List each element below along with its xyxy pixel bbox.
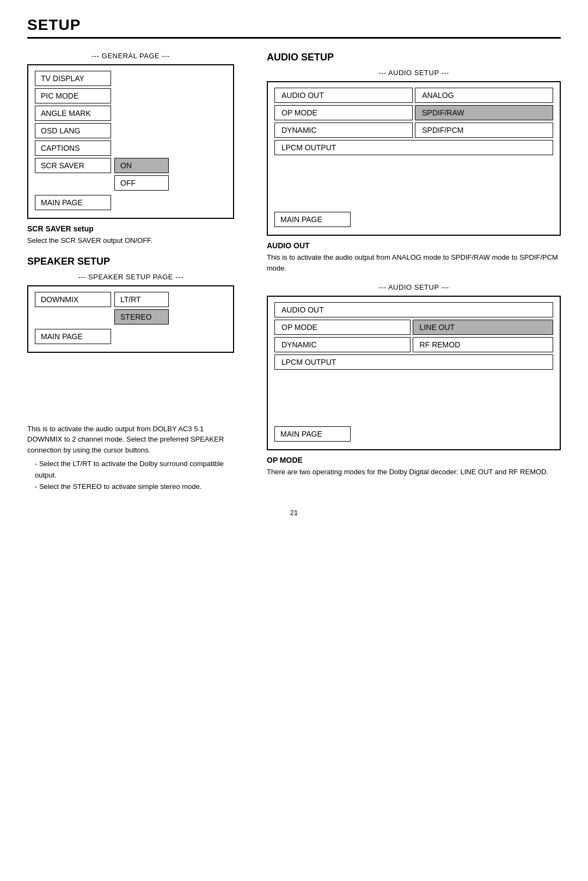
audio-out-label-1[interactable]: AUDIO OUT <box>274 88 413 103</box>
menu-item-captions[interactable]: CAPTIONS <box>35 140 111 156</box>
speaker-downmix[interactable]: DOWNMIX <box>35 292 111 307</box>
dynamic-label-1[interactable]: DYNAMIC <box>274 123 413 138</box>
scr-saver-row: SCR SAVER ON OFF <box>35 158 226 191</box>
audio-grid-2: AUDIO OUT OP MODE LINE OUT DYNAMIC RF RE… <box>274 302 553 370</box>
scr-saver-desc-text: Select the SCR SAVER output ON/OFF. <box>27 235 234 246</box>
menu-item-scr-saver[interactable]: SCR SAVER <box>35 158 111 173</box>
op-mode-desc: There are two operating modes for the Do… <box>267 467 561 478</box>
speaker-main-page[interactable]: MAIN PAGE <box>35 329 111 344</box>
menu-item-tv-display[interactable]: TV DISPLAY <box>35 71 111 86</box>
audio-main-page-1[interactable]: MAIN PAGE <box>274 212 351 227</box>
op-mode-label-1[interactable]: OP MODE <box>274 105 413 120</box>
speaker-section-label: --- SPEAKER SETUP PAGE --- <box>27 273 234 281</box>
menu-item-osd-lang[interactable]: OSD LANG <box>35 123 111 138</box>
audio-section-label1: --- AUDIO SETUP --- <box>267 69 561 77</box>
audio-menu-box-2: AUDIO OUT OP MODE LINE OUT DYNAMIC RF RE… <box>267 296 561 450</box>
speaker-options: LT/RT STEREO <box>114 292 169 325</box>
speaker-menu-box: DOWNMIX LT/RT STEREO MAIN PAGE <box>27 285 234 353</box>
speaker-desc-list: Select the LT/RT to activate the Dolby s… <box>27 458 234 492</box>
speaker-heading: SPEAKER SETUP <box>27 256 234 267</box>
scr-saver-desc-title: SCR SAVER setup <box>27 224 234 233</box>
spdif-raw-option[interactable]: SPDIF/RAW <box>415 105 553 120</box>
audio-out-title: AUDIO OUT <box>267 241 561 250</box>
general-main-page[interactable]: MAIN PAGE <box>35 195 111 210</box>
audio-menu1-space <box>274 157 553 212</box>
line-out-option[interactable]: LINE OUT <box>413 320 553 335</box>
lpcm-output-1[interactable]: LPCM OUTPUT <box>274 140 553 155</box>
menu-item-angle-mark[interactable]: ANGLE MARK <box>35 106 111 121</box>
scr-saver-off[interactable]: OFF <box>114 175 169 191</box>
page-title: SETUP <box>27 16 561 39</box>
audio-menu2-space <box>274 372 553 426</box>
speaker-stereo[interactable]: STEREO <box>114 309 169 325</box>
general-page-label: --- GENERAL PAGE --- <box>27 52 234 60</box>
scr-saver-options: ON OFF <box>114 158 169 191</box>
dynamic-label-2[interactable]: DYNAMIC <box>274 337 411 352</box>
audio-section-label2: --- AUDIO SETUP --- <box>267 283 561 291</box>
speaker-lt-rt[interactable]: LT/RT <box>114 292 169 307</box>
audio-out-desc: This is to activate the audio output fro… <box>267 252 561 273</box>
speaker-downmix-row: DOWNMIX LT/RT STEREO <box>35 292 226 325</box>
speaker-list-item-1: Select the STEREO to activate simple ste… <box>35 481 234 493</box>
speaker-empty-space <box>27 358 234 424</box>
audio-grid-1: AUDIO OUT ANALOG OP MODE SPDIF/RAW DYNAM… <box>274 88 553 155</box>
analog-option[interactable]: ANALOG <box>415 88 553 103</box>
op-mode-title: OP MODE <box>267 456 561 464</box>
audio-heading: AUDIO SETUP <box>267 52 561 63</box>
menu-item-pic-mode[interactable]: PIC MODE <box>35 88 111 103</box>
audio-main-page-2[interactable]: MAIN PAGE <box>274 426 351 442</box>
general-menu-box: TV DISPLAY PIC MODE ANGLE MARK OSD LANG … <box>27 64 234 219</box>
op-mode-label-2[interactable]: OP MODE <box>274 320 411 335</box>
left-column: --- GENERAL PAGE --- TV DISPLAY PIC MODE… <box>27 52 234 492</box>
speaker-list-item-0: Select the LT/RT to activate the Dolby s… <box>35 458 234 481</box>
audio-menu-box-1: AUDIO OUT ANALOG OP MODE SPDIF/RAW DYNAM… <box>267 81 561 236</box>
spdif-pcm-option[interactable]: SPDIF/PCM <box>415 123 553 138</box>
right-column: AUDIO SETUP --- AUDIO SETUP --- AUDIO OU… <box>267 52 561 481</box>
speaker-desc-text: This is to activate the audio output fro… <box>27 424 234 456</box>
audio-out-label-2[interactable]: AUDIO OUT <box>274 302 553 317</box>
rf-remod-option[interactable]: RF REMOD <box>413 337 553 352</box>
page-number: 21 <box>27 509 561 517</box>
scr-saver-on[interactable]: ON <box>114 158 169 173</box>
lpcm-output-2[interactable]: LPCM OUTPUT <box>274 354 553 370</box>
